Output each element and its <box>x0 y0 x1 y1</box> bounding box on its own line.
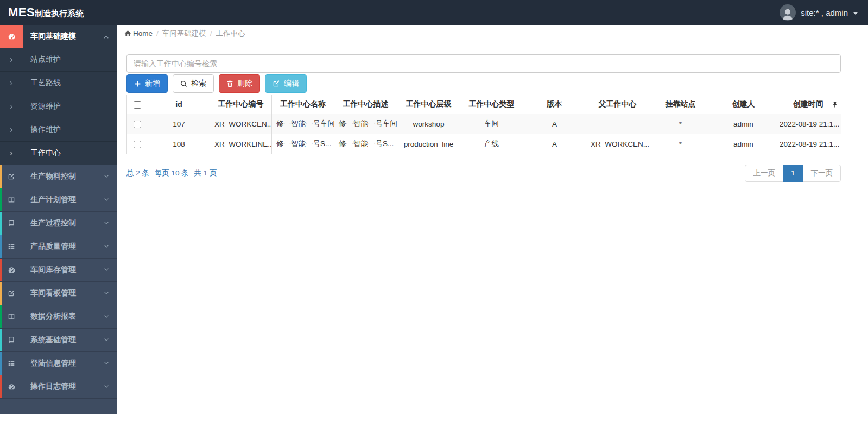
sidebar-group[interactable]: 操作日志管理 <box>0 375 117 399</box>
sidebar-group[interactable]: 数据分析报表 <box>0 305 117 329</box>
column-header: 创建人 <box>712 95 775 114</box>
trash-icon <box>226 80 233 87</box>
add-button[interactable]: 新增 <box>126 74 168 93</box>
edit-square-icon <box>273 80 280 87</box>
sidebar-group[interactable]: 登陆信息管理 <box>0 352 117 375</box>
sidebar-group[interactable]: 车间库存管理 <box>0 259 117 282</box>
search-button[interactable]: 检索 <box>173 74 214 93</box>
row-checkbox[interactable] <box>134 121 141 128</box>
sidebar-subitem-active[interactable]: 工作中心 <box>0 142 117 165</box>
column-header: 工作中心类型 <box>460 95 523 114</box>
sidebar-group[interactable]: 车间看板管理 <box>0 282 117 305</box>
sidebar-group-workshop-modeling[interactable]: 车间基础建模 <box>0 25 117 48</box>
chevron-right-icon <box>0 48 23 72</box>
next-page-button[interactable]: 下一页 <box>803 165 841 182</box>
table-cell: * <box>649 114 712 134</box>
sidebar-group-label: 车间看板管理 <box>23 288 104 298</box>
table-cell: 修一智能一号S... <box>272 134 334 154</box>
columns-icon <box>0 188 23 212</box>
group-accent-strip <box>0 212 2 235</box>
table-cell: 2022-08-19 21:1... <box>775 114 841 134</box>
chevron-down-icon <box>104 221 109 226</box>
top-navbar: MES制造执行系统 site:* , admin <box>0 0 868 25</box>
sidebar-group-label: 生产物料控制 <box>23 172 104 181</box>
breadcrumb-item: 工作中心 <box>216 29 245 39</box>
group-accent-strip <box>0 188 2 211</box>
sidebar: 车间基础建模 站点维护工艺路线资源维护操作维护工作中心 生产物料控制生产计划管理… <box>0 25 117 414</box>
edit-button-label: 编辑 <box>284 79 299 89</box>
search-button-label: 检索 <box>191 79 206 89</box>
sidebar-group[interactable]: 系统基础管理 <box>0 329 117 352</box>
sidebar-subitem-label: 工作中心 <box>23 148 117 158</box>
breadcrumb: Home/车间基础建模/工作中心 <box>117 25 868 42</box>
breadcrumb-separator: / <box>210 29 212 37</box>
chevron-down-icon <box>104 337 109 343</box>
prev-page-button[interactable]: 上一页 <box>745 165 783 182</box>
breadcrumb-home-label: Home <box>133 29 153 37</box>
delete-button[interactable]: 删除 <box>219 74 260 93</box>
sidebar-group[interactable]: 生产过程控制 <box>0 212 117 235</box>
breadcrumb-item[interactable]: 车间基础建模 <box>162 29 206 39</box>
sidebar-subitem-link[interactable]: 操作维护 <box>0 118 117 142</box>
book-icon <box>0 212 23 235</box>
chevron-down-icon <box>104 361 109 366</box>
group-accent-strip <box>0 352 2 375</box>
search-input[interactable] <box>126 54 841 73</box>
sidebar-group[interactable]: 产品质量管理 <box>0 235 117 259</box>
page-1-button[interactable]: 1 <box>783 165 803 182</box>
group-accent-strip <box>0 329 2 351</box>
list-icon <box>0 352 23 375</box>
chevron-right-icon <box>0 118 23 142</box>
app-logo[interactable]: MES制造执行系统 <box>0 5 84 20</box>
pin-icon <box>832 101 838 108</box>
column-header: 工作中心层级 <box>397 95 460 114</box>
table-cell: 2022-08-19 21:1... <box>775 134 841 154</box>
checkbox-cell <box>127 134 148 154</box>
dashboard-icon <box>0 259 23 282</box>
edit-button[interactable]: 编辑 <box>265 74 307 93</box>
table-cell: 修一智能一号车间 <box>334 114 397 134</box>
breadcrumb-item-home[interactable]: Home <box>124 29 153 37</box>
sidebar-subitem-link[interactable]: 资源维护 <box>0 95 117 118</box>
table-cell: A <box>523 134 586 154</box>
dashboard-icon <box>0 25 23 48</box>
group-accent-strip <box>0 259 2 281</box>
sidebar-group[interactable]: 生产物料控制 <box>0 165 117 188</box>
row-checkbox[interactable] <box>134 141 141 148</box>
toolbar: 新增 检索 删除 编辑 <box>126 74 841 93</box>
table-cell: 108 <box>148 134 210 154</box>
table-cell: XR_WORKCEN... <box>586 134 649 154</box>
plus-icon <box>134 80 141 87</box>
table-row: 108XR_WORKLINE...修一智能一号S...修一智能一号S...pro… <box>127 134 841 154</box>
sidebar-group-label: 生产计划管理 <box>23 195 104 205</box>
main-content: 新增 检索 删除 编辑 id工作中心编号工作中心名称工作中心描述工作中心层级工作… <box>117 42 868 422</box>
column-header: 工作中心名称 <box>272 95 334 114</box>
user-menu[interactable]: site:* , admin <box>780 4 868 21</box>
sidebar-submenu: 站点维护工艺路线资源维护操作维护工作中心 <box>0 48 117 165</box>
sidebar-subitem-link[interactable]: 工艺路线 <box>0 72 117 95</box>
sidebar-subitem-label: 资源维护 <box>23 102 117 111</box>
select-all-checkbox[interactable] <box>134 101 141 109</box>
app-logo-bold: MES <box>8 5 35 19</box>
group-accent-strip <box>0 305 2 328</box>
sidebar-subitem-link[interactable]: 站点维护 <box>0 48 117 72</box>
sidebar-group[interactable]: 生产计划管理 <box>0 188 117 212</box>
sidebar-group-label: 产品质量管理 <box>23 242 104 251</box>
table-cell: admin <box>712 134 775 154</box>
edit-icon <box>0 282 23 305</box>
sidebar-group-label: 生产过程控制 <box>23 218 104 228</box>
group-accent-strip <box>0 235 2 258</box>
column-header: 工作中心描述 <box>334 95 397 114</box>
user-label: site:* , admin <box>801 8 848 17</box>
sidebar-group-label: 系统基础管理 <box>23 335 104 345</box>
pager: 上一页 1 下一页 <box>745 165 841 182</box>
table-row: 107XR_WORKCEN...修一智能一号车间修一智能一号车间workshop… <box>127 114 841 134</box>
search-icon <box>180 80 187 87</box>
chevron-down-icon <box>104 314 109 319</box>
sidebar-group-label: 车间基础建模 <box>23 32 103 41</box>
group-accent-strip <box>0 375 2 398</box>
page-count: 共 1 页 <box>194 169 217 177</box>
chevron-up-icon <box>103 34 109 40</box>
user-photo <box>781 7 795 21</box>
table-cell: 修一智能一号S... <box>334 134 397 154</box>
